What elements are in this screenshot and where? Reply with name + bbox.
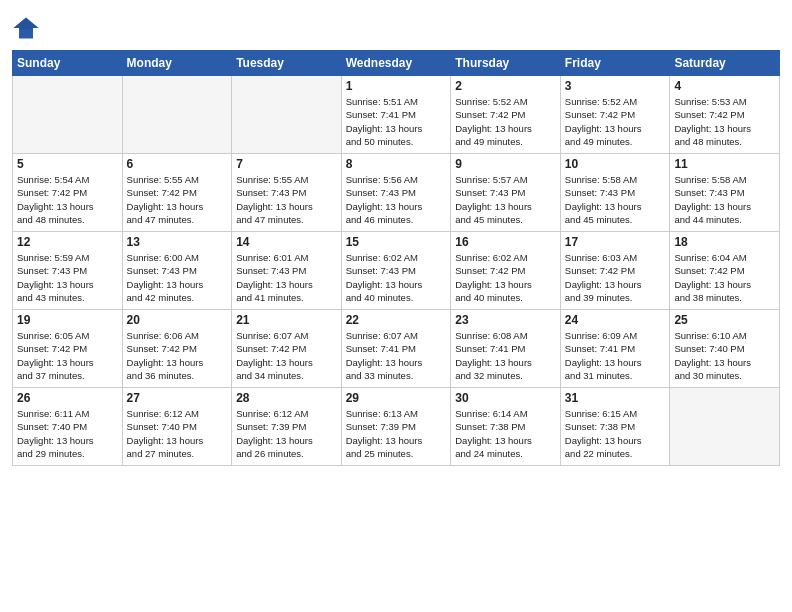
day-cell-28: 28Sunrise: 6:12 AM Sunset: 7:39 PM Dayli… [232, 388, 342, 466]
day-info: Sunrise: 6:05 AM Sunset: 7:42 PM Dayligh… [17, 329, 118, 382]
day-cell-15: 15Sunrise: 6:02 AM Sunset: 7:43 PM Dayli… [341, 232, 451, 310]
day-cell-3: 3Sunrise: 5:52 AM Sunset: 7:42 PM Daylig… [560, 76, 670, 154]
column-header-monday: Monday [122, 51, 232, 76]
day-info: Sunrise: 6:06 AM Sunset: 7:42 PM Dayligh… [127, 329, 228, 382]
column-header-friday: Friday [560, 51, 670, 76]
day-info: Sunrise: 5:54 AM Sunset: 7:42 PM Dayligh… [17, 173, 118, 226]
day-cell-27: 27Sunrise: 6:12 AM Sunset: 7:40 PM Dayli… [122, 388, 232, 466]
day-number: 7 [236, 157, 337, 171]
day-cell-20: 20Sunrise: 6:06 AM Sunset: 7:42 PM Dayli… [122, 310, 232, 388]
day-number: 22 [346, 313, 447, 327]
day-cell-4: 4Sunrise: 5:53 AM Sunset: 7:42 PM Daylig… [670, 76, 780, 154]
day-cell-8: 8Sunrise: 5:56 AM Sunset: 7:43 PM Daylig… [341, 154, 451, 232]
day-cell-12: 12Sunrise: 5:59 AM Sunset: 7:43 PM Dayli… [13, 232, 123, 310]
day-cell-7: 7Sunrise: 5:55 AM Sunset: 7:43 PM Daylig… [232, 154, 342, 232]
day-info: Sunrise: 5:52 AM Sunset: 7:42 PM Dayligh… [565, 95, 666, 148]
day-number: 17 [565, 235, 666, 249]
column-header-tuesday: Tuesday [232, 51, 342, 76]
day-info: Sunrise: 5:57 AM Sunset: 7:43 PM Dayligh… [455, 173, 556, 226]
day-info: Sunrise: 5:51 AM Sunset: 7:41 PM Dayligh… [346, 95, 447, 148]
column-header-saturday: Saturday [670, 51, 780, 76]
header-row-days: SundayMondayTuesdayWednesdayThursdayFrid… [13, 51, 780, 76]
day-number: 10 [565, 157, 666, 171]
day-cell-19: 19Sunrise: 6:05 AM Sunset: 7:42 PM Dayli… [13, 310, 123, 388]
day-info: Sunrise: 5:55 AM Sunset: 7:42 PM Dayligh… [127, 173, 228, 226]
week-row-3: 12Sunrise: 5:59 AM Sunset: 7:43 PM Dayli… [13, 232, 780, 310]
day-cell-9: 9Sunrise: 5:57 AM Sunset: 7:43 PM Daylig… [451, 154, 561, 232]
calendar-thead: SundayMondayTuesdayWednesdayThursdayFrid… [13, 51, 780, 76]
day-info: Sunrise: 6:07 AM Sunset: 7:41 PM Dayligh… [346, 329, 447, 382]
day-number: 16 [455, 235, 556, 249]
day-cell-23: 23Sunrise: 6:08 AM Sunset: 7:41 PM Dayli… [451, 310, 561, 388]
logo-icon [12, 14, 40, 42]
column-header-sunday: Sunday [13, 51, 123, 76]
day-cell-18: 18Sunrise: 6:04 AM Sunset: 7:42 PM Dayli… [670, 232, 780, 310]
day-info: Sunrise: 6:02 AM Sunset: 7:43 PM Dayligh… [346, 251, 447, 304]
day-number: 4 [674, 79, 775, 93]
day-number: 24 [565, 313, 666, 327]
day-cell-14: 14Sunrise: 6:01 AM Sunset: 7:43 PM Dayli… [232, 232, 342, 310]
day-info: Sunrise: 6:08 AM Sunset: 7:41 PM Dayligh… [455, 329, 556, 382]
day-cell-10: 10Sunrise: 5:58 AM Sunset: 7:43 PM Dayli… [560, 154, 670, 232]
day-info: Sunrise: 6:12 AM Sunset: 7:39 PM Dayligh… [236, 407, 337, 460]
day-info: Sunrise: 6:12 AM Sunset: 7:40 PM Dayligh… [127, 407, 228, 460]
day-number: 27 [127, 391, 228, 405]
day-cell-30: 30Sunrise: 6:14 AM Sunset: 7:38 PM Dayli… [451, 388, 561, 466]
day-number: 8 [346, 157, 447, 171]
day-number: 14 [236, 235, 337, 249]
day-info: Sunrise: 6:15 AM Sunset: 7:38 PM Dayligh… [565, 407, 666, 460]
day-info: Sunrise: 6:04 AM Sunset: 7:42 PM Dayligh… [674, 251, 775, 304]
day-cell-26: 26Sunrise: 6:11 AM Sunset: 7:40 PM Dayli… [13, 388, 123, 466]
day-info: Sunrise: 5:56 AM Sunset: 7:43 PM Dayligh… [346, 173, 447, 226]
day-info: Sunrise: 6:03 AM Sunset: 7:42 PM Dayligh… [565, 251, 666, 304]
svg-marker-1 [13, 18, 38, 30]
day-cell-25: 25Sunrise: 6:10 AM Sunset: 7:40 PM Dayli… [670, 310, 780, 388]
day-number: 30 [455, 391, 556, 405]
day-cell-29: 29Sunrise: 6:13 AM Sunset: 7:39 PM Dayli… [341, 388, 451, 466]
day-cell-5: 5Sunrise: 5:54 AM Sunset: 7:42 PM Daylig… [13, 154, 123, 232]
day-info: Sunrise: 6:13 AM Sunset: 7:39 PM Dayligh… [346, 407, 447, 460]
day-cell-31: 31Sunrise: 6:15 AM Sunset: 7:38 PM Dayli… [560, 388, 670, 466]
day-number: 31 [565, 391, 666, 405]
day-cell-2: 2Sunrise: 5:52 AM Sunset: 7:42 PM Daylig… [451, 76, 561, 154]
day-cell-empty [670, 388, 780, 466]
day-number: 5 [17, 157, 118, 171]
day-info: Sunrise: 5:59 AM Sunset: 7:43 PM Dayligh… [17, 251, 118, 304]
day-number: 3 [565, 79, 666, 93]
day-info: Sunrise: 6:02 AM Sunset: 7:42 PM Dayligh… [455, 251, 556, 304]
day-cell-11: 11Sunrise: 5:58 AM Sunset: 7:43 PM Dayli… [670, 154, 780, 232]
day-number: 21 [236, 313, 337, 327]
day-number: 11 [674, 157, 775, 171]
day-number: 28 [236, 391, 337, 405]
column-header-wednesday: Wednesday [341, 51, 451, 76]
day-cell-empty [232, 76, 342, 154]
day-number: 13 [127, 235, 228, 249]
day-cell-empty [122, 76, 232, 154]
logo [12, 14, 44, 42]
day-cell-empty [13, 76, 123, 154]
day-cell-6: 6Sunrise: 5:55 AM Sunset: 7:42 PM Daylig… [122, 154, 232, 232]
day-number: 12 [17, 235, 118, 249]
day-info: Sunrise: 6:14 AM Sunset: 7:38 PM Dayligh… [455, 407, 556, 460]
day-cell-1: 1Sunrise: 5:51 AM Sunset: 7:41 PM Daylig… [341, 76, 451, 154]
calendar-container: SundayMondayTuesdayWednesdayThursdayFrid… [0, 0, 792, 476]
day-cell-16: 16Sunrise: 6:02 AM Sunset: 7:42 PM Dayli… [451, 232, 561, 310]
day-info: Sunrise: 6:10 AM Sunset: 7:40 PM Dayligh… [674, 329, 775, 382]
day-info: Sunrise: 6:11 AM Sunset: 7:40 PM Dayligh… [17, 407, 118, 460]
day-info: Sunrise: 5:52 AM Sunset: 7:42 PM Dayligh… [455, 95, 556, 148]
day-number: 20 [127, 313, 228, 327]
day-cell-24: 24Sunrise: 6:09 AM Sunset: 7:41 PM Dayli… [560, 310, 670, 388]
day-number: 23 [455, 313, 556, 327]
day-number: 26 [17, 391, 118, 405]
week-row-1: 1Sunrise: 5:51 AM Sunset: 7:41 PM Daylig… [13, 76, 780, 154]
week-row-5: 26Sunrise: 6:11 AM Sunset: 7:40 PM Dayli… [13, 388, 780, 466]
day-number: 2 [455, 79, 556, 93]
day-number: 9 [455, 157, 556, 171]
week-row-2: 5Sunrise: 5:54 AM Sunset: 7:42 PM Daylig… [13, 154, 780, 232]
day-cell-21: 21Sunrise: 6:07 AM Sunset: 7:42 PM Dayli… [232, 310, 342, 388]
day-cell-22: 22Sunrise: 6:07 AM Sunset: 7:41 PM Dayli… [341, 310, 451, 388]
day-info: Sunrise: 6:01 AM Sunset: 7:43 PM Dayligh… [236, 251, 337, 304]
day-number: 18 [674, 235, 775, 249]
calendar-table: SundayMondayTuesdayWednesdayThursdayFrid… [12, 50, 780, 466]
day-number: 6 [127, 157, 228, 171]
